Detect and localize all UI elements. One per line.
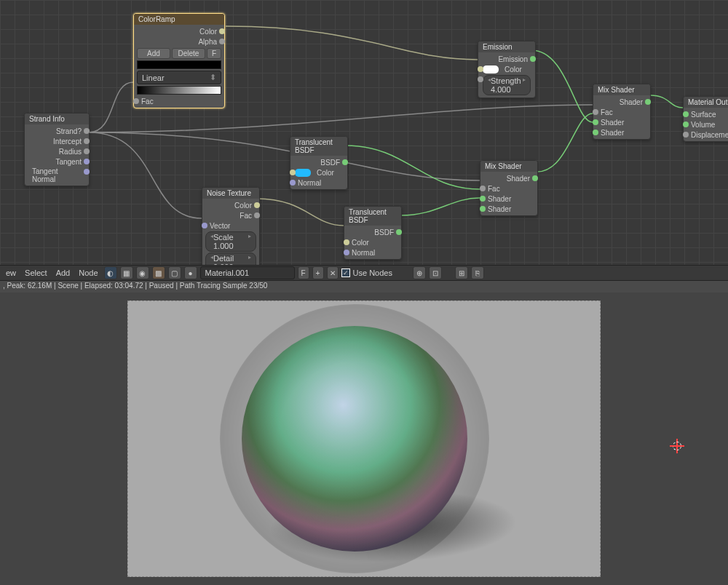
colorramp-add-button[interactable]: Add <box>137 48 170 59</box>
color-swatch[interactable] <box>295 169 311 177</box>
menu-node[interactable]: Node <box>76 268 100 277</box>
node-header: Mix Shader <box>480 161 537 172</box>
menu-add[interactable]: Add <box>53 268 74 277</box>
node-header: Mix Shader <box>593 84 650 95</box>
node-mix-shader-1[interactable]: Mix Shader Shader Fac Shader Shader <box>480 160 538 216</box>
add-material-button[interactable]: + <box>312 266 324 279</box>
color-swatch[interactable] <box>483 65 499 73</box>
snap-icon[interactable]: ⊞ <box>455 266 468 279</box>
texture-icon[interactable]: ▩ <box>152 266 165 279</box>
node-toolbar: ew Select Add Node ◐ ▦ ◉ ▩ ▢ ● Material.… <box>0 265 728 281</box>
emission-strength-field[interactable]: ◂Strength 4.000▸ <box>483 75 531 95</box>
use-nodes-checkbox[interactable]: ✓Use Nodes <box>341 268 392 277</box>
copy-icon[interactable]: ⎘ <box>471 266 484 279</box>
node-emission[interactable]: Emission Emission Color ◂Strength 4.000▸ <box>478 41 536 98</box>
node-header: Translucent BSDF <box>344 207 401 226</box>
shader-type-icon[interactable]: ◐ <box>104 266 117 279</box>
node-header: Strand Info <box>25 114 89 124</box>
colorramp-slider[interactable] <box>137 60 221 69</box>
node-header: Material Out <box>684 97 728 108</box>
node-strand-info[interactable]: Strand Info Strand? Intercept Radius Tan… <box>24 113 90 186</box>
node-material-output[interactable]: Material Out Surface Volume Displacement <box>683 96 728 142</box>
colorramp-delete-button[interactable]: Delete <box>172 48 205 59</box>
object-mode-icon[interactable]: ▢ <box>168 266 181 279</box>
node-editor[interactable]: Strand Info Strand? Intercept Radius Tan… <box>0 0 728 265</box>
colorramp-f-button[interactable]: F <box>207 48 221 59</box>
colorramp-interpolation[interactable]: Linear⬍ <box>137 71 221 84</box>
render-status: , Peak: 62.16M | Scene | Elapsed: 03:04.… <box>0 281 728 292</box>
colorramp-gradient[interactable] <box>137 86 221 95</box>
node-header: Noise Texture <box>202 188 259 199</box>
world-icon[interactable]: ◉ <box>136 266 149 279</box>
image-viewport[interactable] <box>0 292 728 585</box>
material-icon[interactable]: ▦ <box>120 266 133 279</box>
pin-icon[interactable]: ⊕ <box>413 266 426 279</box>
node-translucent-bsdf-2[interactable]: Translucent BSDF BSDF Color Normal <box>344 206 402 260</box>
2d-cursor-icon <box>670 439 684 453</box>
node-colorramp[interactable]: ColorRamp Color Alpha Add Delete F Linea… <box>133 13 225 108</box>
f-button[interactable]: F <box>298 266 309 279</box>
node-header: Emission <box>478 41 535 52</box>
noise-scale-field[interactable]: ◂Scale 1.000▸ <box>205 231 256 252</box>
backdrop-icon[interactable]: ⊡ <box>429 266 442 279</box>
node-header: ColorRamp <box>134 14 224 25</box>
material-selector[interactable]: Material.001 <box>200 266 295 279</box>
menu-select[interactable]: Select <box>22 268 50 277</box>
node-mix-shader-2[interactable]: Mix Shader Shader Fac Shader Shader <box>593 84 651 140</box>
node-translucent-bsdf-1[interactable]: Translucent BSDF BSDF Color Normal <box>290 136 348 190</box>
unlink-button[interactable]: ✕ <box>327 266 339 279</box>
render-result <box>127 301 601 577</box>
node-header: Translucent BSDF <box>290 137 347 156</box>
menu-view[interactable]: ew <box>3 268 19 277</box>
sphere-icon[interactable]: ● <box>184 266 197 279</box>
